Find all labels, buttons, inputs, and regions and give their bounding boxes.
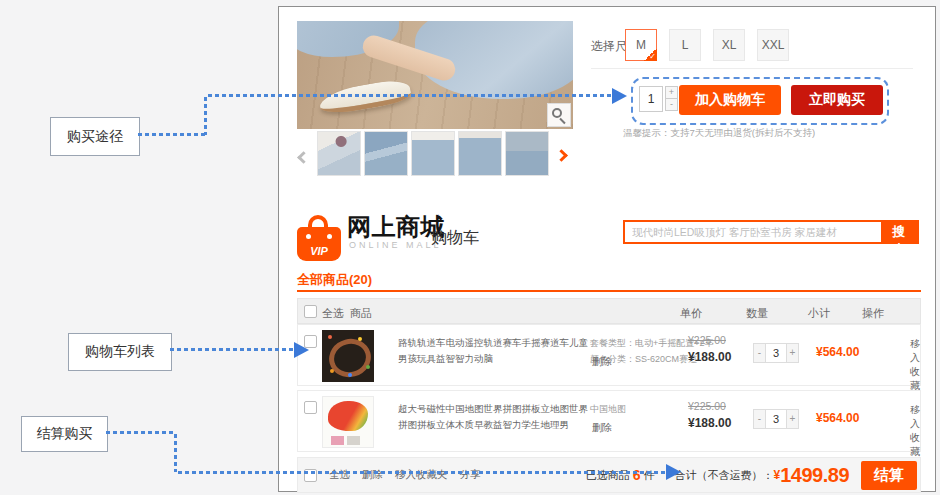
product-thumbnail[interactable] — [317, 131, 361, 176]
total-amount: 1499.89 — [780, 464, 849, 487]
size-option-label: XL — [722, 38, 737, 52]
item-spec: 中国地图 — [590, 401, 626, 417]
increase-quantity-button[interactable]: + — [786, 409, 799, 429]
column-subtotal: 小计 — [808, 306, 830, 321]
quantity-stepper: + - — [665, 86, 678, 111]
size-option-label: XXL — [762, 38, 785, 52]
brand-subtitle: ONLINE MALL — [349, 240, 442, 250]
tab-underline — [297, 290, 921, 292]
size-options: M ✓ L XL XXL — [625, 29, 789, 61]
item-subtotal: ¥564.00 — [816, 411, 859, 425]
annotation-label: 结算购买 — [37, 425, 93, 443]
select-all-checkbox[interactable] — [304, 305, 317, 318]
increase-quantity-button[interactable]: + — [786, 343, 799, 363]
cart-item-row: 路轨轨道车电动遥控轨道赛车手摇赛道车儿童男孩玩具益智智力动脑 套餐类型：电动+手… — [297, 324, 921, 386]
page-title: 购物车 — [431, 228, 479, 249]
item-original-price: ¥225.00 — [688, 400, 726, 412]
search-input[interactable] — [625, 222, 881, 242]
footer-summary: 已选商品 6 件 合计（不含运费）： ¥ 1499.89 结算 — [586, 458, 917, 492]
dotted-connector-line — [106, 431, 176, 434]
item-checkbox[interactable] — [304, 401, 317, 414]
product-main-image[interactable] — [297, 21, 573, 129]
dotted-connector-line — [138, 133, 206, 136]
product-image-race-track[interactable] — [322, 330, 374, 382]
quantity-decrease-button[interactable]: - — [665, 98, 678, 111]
column-select-all: 全选 — [322, 306, 344, 321]
search-bar: 搜索 — [623, 220, 919, 244]
dotted-connector-line — [204, 97, 207, 135]
annotation-label: 购买途径 — [67, 128, 123, 146]
page-background: 选择尺码： M ✓ L XL XXL + - 加入购物车 立即购买 温馨提示： — [0, 0, 940, 495]
column-actions: 操作 — [862, 306, 884, 321]
item-title[interactable]: 超大号磁性中国地图世界拼图拼板立地图世界拼图拼板立体木质早教益智力学生地理男 — [398, 401, 588, 433]
item-specs: 中国地图 — [590, 401, 626, 417]
cart-table-header: 全选 商品 单价 数量 小计 操作 — [297, 298, 921, 324]
size-option-m[interactable]: M ✓ — [625, 29, 657, 61]
return-policy-tip: 温馨提示：支持7天无理由退货(拆封后不支持) — [623, 127, 815, 140]
size-option-label: L — [682, 38, 689, 52]
tab-all-items[interactable]: 全部商品(20) — [297, 271, 372, 289]
item-subtotal: ¥564.00 — [816, 345, 859, 359]
item-current-price: ¥188.00 — [688, 416, 731, 430]
chevron-left-icon[interactable] — [299, 153, 308, 162]
product-thumbnail[interactable] — [505, 131, 549, 176]
delete-link[interactable]: 删除 — [592, 355, 612, 369]
product-thumbnail[interactable] — [364, 131, 408, 176]
photo-shape — [318, 77, 413, 117]
annotation-cart-list: 购物车列表 — [68, 333, 172, 371]
total-label: 合计（不含运费）： — [675, 468, 774, 483]
vip-label: VIP — [297, 245, 341, 257]
dotted-connector-line — [208, 94, 612, 97]
selected-items-count: 6 — [633, 467, 641, 483]
size-option-xl[interactable]: XL — [713, 29, 745, 61]
column-quantity: 数量 — [746, 306, 768, 321]
selected-items-unit: 件 — [644, 468, 655, 483]
dotted-connector-line — [170, 348, 294, 351]
item-quantity-input[interactable] — [765, 343, 787, 363]
quantity-input[interactable] — [639, 86, 663, 112]
divider — [591, 68, 913, 69]
thumbnail-strip — [317, 131, 549, 176]
chevron-right-icon[interactable] — [557, 151, 566, 160]
cart-footer-bar: 全选 删除 移入收藏夹 分享 已选商品 6 件 合计（不含运费）： ¥ 1499… — [297, 457, 921, 493]
product-thumbnail[interactable] — [458, 131, 502, 176]
search-button[interactable]: 搜索 — [881, 222, 917, 242]
size-option-l[interactable]: L — [669, 29, 701, 61]
add-to-cart-button[interactable]: 加入购物车 — [679, 85, 781, 115]
brand-logo-bag-icon: VIP — [297, 215, 341, 261]
annotation-checkout: 结算购买 — [21, 416, 108, 452]
item-current-price: ¥188.00 — [688, 350, 731, 364]
checkout-button[interactable]: 结算 — [861, 461, 917, 490]
arrowhead-icon — [612, 88, 627, 104]
size-option-xxl[interactable]: XXL — [757, 29, 789, 61]
delete-link[interactable]: 删除 — [592, 421, 612, 435]
dotted-connector-line — [174, 434, 177, 472]
main-panel: 选择尺码： M ✓ L XL XXL + - 加入购物车 立即购买 温馨提示： — [278, 6, 936, 492]
footer-actions: 全选 删除 移入收藏夹 分享 — [304, 458, 481, 492]
annotation-label: 购物车列表 — [85, 343, 155, 361]
item-quantity-stepper: - + — [753, 409, 799, 429]
magnifier-icon[interactable] — [547, 103, 571, 127]
annotation-buy-path: 购买途径 — [50, 117, 140, 156]
item-quantity-stepper: - + — [753, 343, 799, 363]
column-unit-price: 单价 — [680, 306, 702, 321]
product-image-china-map[interactable] — [322, 396, 374, 448]
column-product: 商品 — [350, 306, 372, 321]
dotted-connector-line — [178, 471, 666, 474]
product-thumbnail[interactable] — [411, 131, 455, 176]
arrowhead-icon — [294, 342, 309, 358]
buy-now-button[interactable]: 立即购买 — [791, 85, 883, 115]
arrowhead-icon — [666, 464, 681, 480]
cart-item-row: 超大号磁性中国地图世界拼图拼板立地图世界拼图拼板立体木质早教益智力学生地理男 中… — [297, 390, 921, 452]
item-quantity-input[interactable] — [765, 409, 787, 429]
item-original-price: ¥225.00 — [688, 334, 726, 346]
selected-corner-badge: ✓ — [644, 48, 657, 61]
selected-items-label: 已选商品 — [586, 468, 630, 483]
item-title[interactable]: 路轨轨道车电动遥控轨道赛车手摇赛道车儿童男孩玩具益智智力动脑 — [398, 335, 588, 367]
check-icon: ✓ — [649, 52, 656, 61]
total-currency: ¥ — [774, 468, 781, 482]
